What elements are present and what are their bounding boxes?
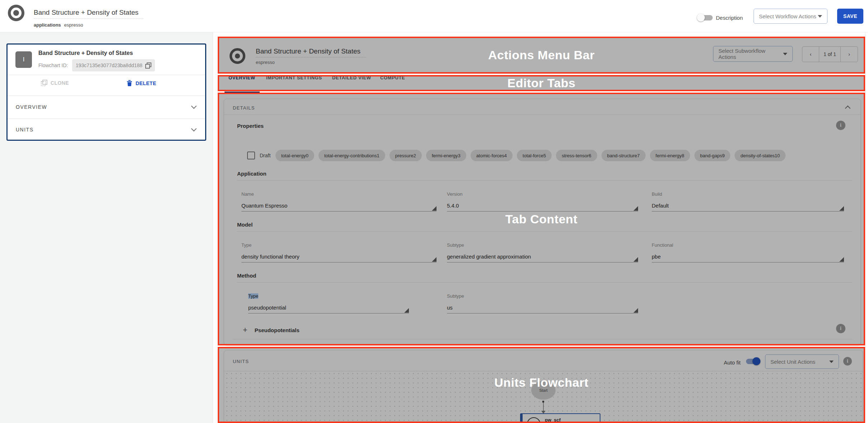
workflow-actions-select[interactable]: Select Workflow Actions xyxy=(754,9,827,24)
subworkflow-subtitle: espresso xyxy=(256,60,275,65)
draft-checkbox[interactable] xyxy=(247,152,255,159)
property-chip[interactable]: band-structure7 xyxy=(602,150,646,161)
start-node-label: Start xyxy=(539,388,547,392)
field-value: density functional theory xyxy=(241,254,299,260)
description-toggle-label: Description xyxy=(716,15,743,21)
field-label: Name xyxy=(241,191,254,197)
tab-detailed-view[interactable]: DETAILED VIEW xyxy=(332,75,371,80)
tab-overview[interactable]: OVERVIEW xyxy=(228,75,255,80)
properties-info-icon[interactable]: i xyxy=(836,121,845,130)
units-card: UNITS Auto fit Select Unit Actions i Sta… xyxy=(224,350,863,423)
application-version-field[interactable]: Version 5.4.0 xyxy=(447,191,638,197)
unit-number-badge: 01 xyxy=(527,417,541,423)
flowchart-start-node[interactable]: Start xyxy=(531,381,556,400)
clone-icon xyxy=(41,80,47,86)
pager-position: 1 of 1 xyxy=(819,46,841,62)
model-type-field[interactable]: Type density functional theory xyxy=(241,242,437,248)
application-name-field[interactable]: Name Quantum Espresso xyxy=(241,191,437,197)
units-info-icon[interactable]: i xyxy=(843,357,852,366)
flowchart-id-value: 193c7135e3077d23ba8dd188 xyxy=(76,62,142,68)
pseudopotentials-info-icon[interactable]: i xyxy=(836,324,845,333)
clone-button-label: CLONE xyxy=(51,80,69,86)
scrollbar-track[interactable] xyxy=(865,32,868,423)
model-subtype-field[interactable]: Subtype generalized gradient approximati… xyxy=(447,242,638,248)
unit-number: 01 xyxy=(531,422,536,423)
autofit-toggle-label: Auto fit xyxy=(724,359,741,366)
property-chip[interactable]: band-gaps9 xyxy=(694,150,731,161)
copy-icon[interactable] xyxy=(145,62,151,69)
select-corner-icon xyxy=(633,308,638,313)
tab-compute[interactable]: COMPUTE xyxy=(380,75,405,80)
flowchart-unit-node[interactable]: 01 pw_scf Flowchart ID: c732602 xyxy=(520,413,600,423)
field-value: Default xyxy=(652,203,669,209)
select-corner-icon xyxy=(633,206,638,211)
sidebar-section-overview[interactable]: OVERVIEW xyxy=(8,96,205,118)
details-section-title: DETAILS xyxy=(233,105,255,111)
draft-checkbox-label: Draft xyxy=(260,153,270,158)
subworkflow-title: Band Structure + Density of States xyxy=(256,47,366,57)
save-button[interactable]: SAVE xyxy=(837,9,863,24)
pseudopotentials-expander[interactable]: + Pseudopotentials xyxy=(243,325,299,335)
field-label: Version xyxy=(447,191,462,197)
field-label: Type xyxy=(248,293,258,299)
pseudopotentials-label: Pseudopotentials xyxy=(255,327,299,333)
property-chip[interactable]: total-energy-contributions1 xyxy=(319,150,385,161)
description-toggle-knob[interactable] xyxy=(697,14,705,22)
workflow-actions-select-label: Select Workflow Actions xyxy=(759,13,816,19)
pager-prev-button[interactable]: ‹ xyxy=(802,46,819,62)
method-subtype-field[interactable]: Subtype us xyxy=(447,293,638,299)
model-functional-field[interactable]: Functional pbe xyxy=(652,242,844,248)
trash-icon xyxy=(127,80,132,87)
main-content: Band Structure + Density of States espre… xyxy=(213,32,868,423)
pager-next-button[interactable]: › xyxy=(841,46,858,62)
subworkflow-actions-select[interactable]: Select Subworkflow Actions xyxy=(713,46,793,62)
field-value: generalized gradient approximation xyxy=(447,254,531,260)
flowchart-id-label: Flowchart ID: xyxy=(38,62,68,68)
property-chip[interactable]: total-energy0 xyxy=(275,150,314,161)
property-chip-list: total-energy0total-energy-contributions1… xyxy=(275,150,786,161)
method-type-field[interactable]: Type pseudopotential xyxy=(248,293,409,299)
autofit-toggle-knob[interactable] xyxy=(753,357,760,365)
subworkflow-pager: ‹ 1 of 1 › xyxy=(802,46,858,62)
units-flowchart-canvas[interactable]: Start 01 pw_scf Flowchart ID: c732602 xyxy=(225,371,863,423)
application-build-field[interactable]: Build Default xyxy=(652,191,844,197)
unit-actions-select[interactable]: Select Unit Actions xyxy=(765,354,839,369)
field-value: pseudopotential xyxy=(248,305,286,311)
clone-button[interactable]: CLONE xyxy=(41,80,69,86)
plus-icon: + xyxy=(243,325,247,335)
property-chip[interactable]: fermi-energy3 xyxy=(426,150,466,161)
property-chip[interactable]: pressure2 xyxy=(390,150,422,161)
delete-button-label: DELETE xyxy=(136,80,156,86)
chevron-down-icon[interactable] xyxy=(191,126,197,132)
select-corner-icon xyxy=(404,308,409,313)
property-chip[interactable]: fermi-energy8 xyxy=(650,150,690,161)
workflow-avatar: I xyxy=(15,51,32,68)
property-chip[interactable]: total-force5 xyxy=(517,150,552,161)
field-value: Quantum Espresso xyxy=(241,203,287,209)
chevron-down-icon xyxy=(818,15,822,18)
select-corner-icon xyxy=(633,257,638,262)
collapse-details-icon[interactable] xyxy=(845,106,851,111)
delete-button[interactable]: DELETE xyxy=(127,80,156,87)
property-chip[interactable]: atomic-forces4 xyxy=(471,150,513,161)
field-label: Build xyxy=(652,191,662,197)
field-value: pbe xyxy=(652,254,661,260)
field-label: Functional xyxy=(652,242,673,248)
sidebar-section-units[interactable]: UNITS xyxy=(8,118,205,141)
flowchart-id-chip[interactable]: 193c7135e3077d23ba8dd188 xyxy=(72,59,155,71)
select-corner-icon xyxy=(839,257,844,262)
tab-important-settings[interactable]: IMPORTANT SETTINGS xyxy=(266,75,322,80)
workflow-card-title: Band Structure + Density of States xyxy=(38,50,133,56)
chevron-down-icon xyxy=(783,53,787,55)
chevron-down-icon[interactable] xyxy=(191,103,197,109)
field-label: Subtype xyxy=(447,293,464,299)
app-header: Band Structure + Density of States appli… xyxy=(0,0,868,32)
property-chip[interactable]: density-of-states10 xyxy=(735,150,786,161)
select-corner-icon xyxy=(839,206,844,211)
method-title: Method xyxy=(237,273,256,279)
subworkflow-actions-select-label: Select Subworkflow Actions xyxy=(718,48,783,60)
breadcrumb-item: espresso xyxy=(64,22,83,28)
breadcrumb-section: applications xyxy=(34,22,61,28)
field-label: Type xyxy=(241,242,251,248)
property-chip[interactable]: stress-tensor6 xyxy=(556,150,597,161)
